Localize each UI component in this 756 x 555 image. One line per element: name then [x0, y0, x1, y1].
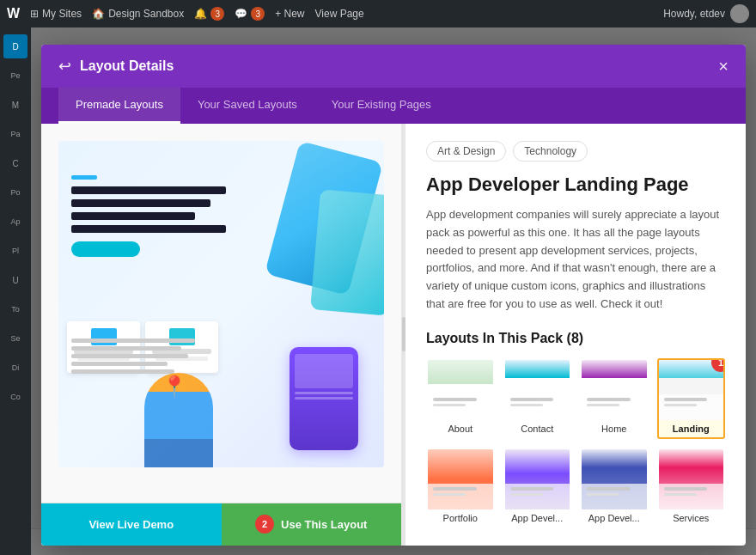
- mockup-cta-btn: [71, 241, 140, 257]
- thumbnail-label-3: Landing: [659, 420, 724, 437]
- sidebar-icon-po[interactable]: Po: [3, 180, 27, 204]
- admin-bar-right: Howdy, etdev: [663, 4, 749, 23]
- notifications-menu[interactable]: 🔔 3: [194, 7, 224, 21]
- thumbnail-image-4: [428, 449, 493, 509]
- sidebar-icon-m[interactable]: M: [3, 93, 27, 117]
- wp-body: D Pe M Pa C Po Ap Pl U To Se Di Co ↩ Lay…: [0, 27, 756, 555]
- tab-existing-pages[interactable]: Your Existing Pages: [314, 88, 448, 124]
- preview-actions: View Live Demo 2 Use This Layout: [41, 503, 401, 546]
- new-content-menu[interactable]: + New: [275, 8, 304, 20]
- sidebar-icon-pl[interactable]: Pl: [3, 239, 27, 263]
- thumbnail-grid: AboutContactHomeLanding1PortfolioApp Dev…: [426, 358, 725, 528]
- tab-saved-layouts[interactable]: Your Saved Layouts: [180, 88, 314, 124]
- use-layout-badge: 2: [255, 515, 274, 534]
- modal-tabs: Premade Layouts Your Saved Layouts Your …: [41, 88, 746, 124]
- modal-body: 📍 View Live Demo 2 Use This Layout: [41, 124, 746, 546]
- comments-menu[interactable]: 💬 3: [235, 7, 265, 21]
- sidebar-icon-to[interactable]: To: [3, 297, 27, 321]
- thumbnail-label-5: App Devel...: [505, 509, 570, 527]
- tag-art-design[interactable]: Art & Design: [426, 141, 506, 162]
- sites-icon: ⊞: [30, 8, 39, 20]
- layout-description: App development companies will surely ap…: [426, 206, 725, 314]
- comment-icon: 💬: [235, 8, 247, 20]
- sidebar-icon-u[interactable]: U: [3, 268, 27, 292]
- tab-premade-layouts[interactable]: Premade Layouts: [58, 88, 180, 124]
- layouts-pack-title: Layouts In This Pack (8): [426, 331, 725, 346]
- mockup-phone-2: [310, 189, 384, 315]
- preview-mockup: 📍: [58, 141, 384, 467]
- comments-badge: 3: [251, 7, 265, 21]
- thumbnail-item-home[interactable]: Home: [580, 358, 649, 439]
- view-page-link[interactable]: View Page: [315, 8, 364, 20]
- thumbnail-item-appdevel[interactable]: App Devel...: [503, 448, 572, 528]
- thumbnail-label-4: Portfolio: [428, 509, 493, 527]
- wp-admin-bar: W ⊞ My Sites 🏠 Design Sandbox 🔔 3 💬 3 + …: [0, 0, 756, 27]
- modal-back-button[interactable]: ↩: [58, 57, 71, 76]
- modal-title: Layout Details: [80, 58, 174, 74]
- tag-group: Art & Design Technology: [426, 141, 725, 162]
- mockup-location-pin: 📍: [162, 375, 187, 399]
- thumbnail-item-about[interactable]: About: [426, 358, 495, 439]
- thumbnail-item-portfolio[interactable]: Portfolio: [426, 448, 495, 528]
- thumbnail-label-0: About: [428, 420, 493, 437]
- modal-close-button[interactable]: ×: [718, 58, 729, 75]
- thumbnail-item-services[interactable]: Services: [657, 448, 726, 528]
- sidebar-icon-pe[interactable]: Pe: [3, 64, 27, 88]
- thumbnail-image-5: [505, 449, 570, 509]
- modal-header: ↩ Layout Details ×: [41, 45, 746, 88]
- layout-info-panel: Art & Design Technology App Developer La…: [405, 124, 746, 546]
- thumbnail-label-6: App Devel...: [582, 509, 647, 527]
- use-this-layout-button[interactable]: 2 Use This Layout: [222, 503, 402, 546]
- thumbnail-label-1: Contact: [505, 420, 570, 437]
- sidebar-icon-c[interactable]: C: [3, 151, 27, 175]
- mockup-big-phone: [290, 347, 358, 450]
- wp-logo[interactable]: W: [7, 6, 20, 21]
- thumbnail-item-contact[interactable]: Contact: [503, 358, 572, 439]
- sidebar-icon-ap[interactable]: Ap: [3, 210, 27, 234]
- wp-content-area: ↩ Layout Details × Premade Layouts Your …: [31, 27, 756, 555]
- sidebar-icon-pa[interactable]: Pa: [3, 122, 27, 146]
- thumbnail-image-1: [505, 360, 570, 420]
- preview-image-area: 📍: [41, 124, 401, 503]
- sidebar-icon-se[interactable]: Se: [3, 326, 27, 351]
- thumbnail-image-6: [582, 449, 647, 509]
- thumbnail-image-0: [428, 360, 493, 420]
- modal-overlay: ↩ Layout Details × Premade Layouts Your …: [31, 27, 756, 555]
- layout-preview-panel: 📍 View Live Demo 2 Use This Layout: [41, 124, 402, 546]
- bell-icon: 🔔: [194, 8, 207, 20]
- layout-title: App Developer Landing Page: [426, 174, 725, 196]
- sidebar-icon-co[interactable]: Co: [3, 385, 27, 409]
- notifications-badge: 3: [210, 7, 224, 21]
- thumbnail-item-landing[interactable]: Landing1: [657, 358, 726, 439]
- thumbnail-label-2: Home: [582, 420, 647, 437]
- tag-technology[interactable]: Technology: [513, 141, 588, 162]
- view-live-demo-button[interactable]: View Live Demo: [41, 503, 222, 546]
- mockup-text-block: [71, 175, 226, 257]
- thumbnail-image-7: [659, 449, 724, 509]
- my-sites-menu[interactable]: ⊞ My Sites: [30, 8, 82, 20]
- sidebar-icon-di[interactable]: Di: [3, 356, 27, 380]
- design-sandbox-menu[interactable]: 🏠 Design Sandbox: [92, 8, 184, 20]
- layout-details-modal: ↩ Layout Details × Premade Layouts Your …: [41, 45, 746, 546]
- thumbnail-label-7: Services: [659, 509, 724, 527]
- panel-divider[interactable]: [402, 124, 405, 546]
- sidebar-icon-d[interactable]: D: [3, 34, 27, 58]
- mockup-bottom: 📍: [58, 330, 384, 467]
- user-avatar[interactable]: [730, 4, 749, 23]
- thumbnail-item-appdevel[interactable]: App Devel...: [580, 448, 649, 528]
- wp-sidebar: D Pe M Pa C Po Ap Pl U To Se Di Co: [0, 27, 31, 555]
- home-icon: 🏠: [92, 8, 105, 20]
- thumbnail-image-2: [582, 360, 647, 420]
- mockup-bottom-text: [71, 338, 209, 377]
